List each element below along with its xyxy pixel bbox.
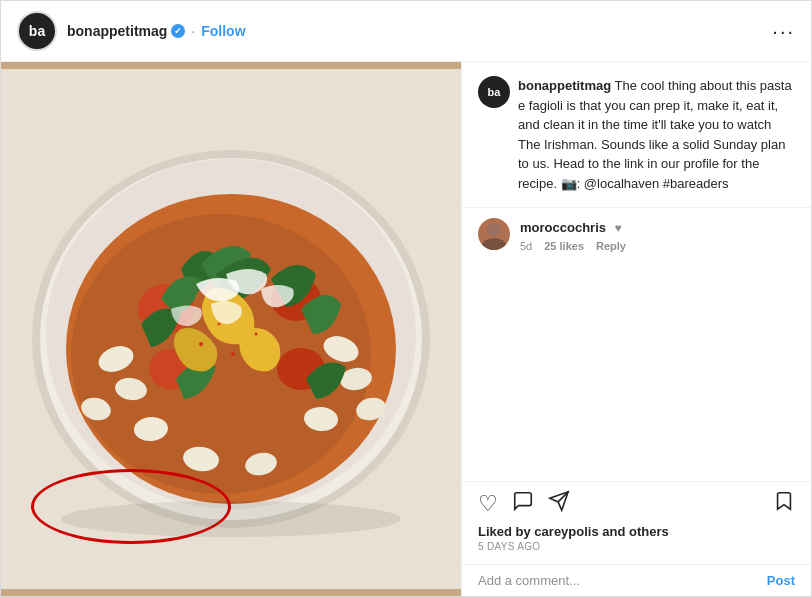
comment-reply[interactable]: Reply bbox=[596, 240, 626, 252]
post-container: ba bonappetitmag · Follow ··· bbox=[0, 0, 812, 597]
bookmark-button[interactable] bbox=[773, 490, 795, 518]
add-comment-row: Post bbox=[462, 564, 811, 596]
likes-text: Liked by careypolis and others bbox=[478, 524, 795, 539]
action-icons-row: ♡ bbox=[478, 490, 795, 518]
comment-username[interactable]: moroccochris bbox=[520, 220, 606, 235]
comment-meta: 5d 25 likes Reply bbox=[520, 240, 795, 252]
comment-text-line: moroccochris ♥ bbox=[520, 218, 795, 236]
comment-likes[interactable]: 25 likes bbox=[544, 240, 584, 252]
like-button[interactable]: ♡ bbox=[478, 491, 498, 517]
post-image bbox=[1, 62, 461, 596]
svg-point-21 bbox=[231, 352, 235, 356]
svg-point-22 bbox=[218, 323, 221, 326]
svg-point-24 bbox=[61, 501, 401, 537]
caption-area: ba bonappetitmag The cool thing about th… bbox=[462, 62, 811, 208]
comment-avatar[interactable] bbox=[478, 218, 510, 250]
svg-point-25 bbox=[487, 223, 501, 237]
comment-row: moroccochris ♥ 5d 25 likes Reply bbox=[478, 218, 795, 252]
verified-icon bbox=[171, 24, 185, 38]
more-options-button[interactable]: ··· bbox=[772, 20, 795, 43]
post-body: ba bonappetitmag The cool thing about th… bbox=[1, 62, 811, 596]
caption-body: The cool thing about this pasta e fagiol… bbox=[518, 78, 792, 191]
caption-header: ba bonappetitmag The cool thing about th… bbox=[478, 76, 795, 193]
share-button[interactable] bbox=[548, 490, 570, 518]
post-header: ba bonappetitmag · Follow ··· bbox=[1, 1, 811, 62]
post-timestamp: 5 DAYS AGO bbox=[478, 541, 795, 552]
add-comment-input[interactable] bbox=[478, 573, 759, 588]
follow-button[interactable]: Follow bbox=[201, 23, 245, 39]
comment-body: moroccochris ♥ 5d 25 likes Reply bbox=[520, 218, 795, 252]
svg-point-20 bbox=[255, 333, 258, 336]
liked-by-others[interactable]: others bbox=[629, 524, 669, 539]
comment-heart-icon: ♥ bbox=[614, 221, 621, 235]
actions-area: ♡ bbox=[462, 481, 811, 564]
header-username-row: bonappetitmag · Follow bbox=[67, 23, 772, 39]
post-comment-button[interactable]: Post bbox=[767, 573, 795, 588]
caption-avatar[interactable]: ba bbox=[478, 76, 510, 108]
header-avatar[interactable]: ba bbox=[17, 11, 57, 51]
post-content: ba bonappetitmag The cool thing about th… bbox=[461, 62, 811, 596]
caption-text: bonappetitmag The cool thing about this … bbox=[518, 76, 795, 193]
header-username[interactable]: bonappetitmag bbox=[67, 23, 167, 39]
liked-by-user[interactable]: careypolis bbox=[534, 524, 598, 539]
comment-time: 5d bbox=[520, 240, 532, 252]
svg-point-19 bbox=[199, 342, 203, 346]
comments-area: moroccochris ♥ 5d 25 likes Reply bbox=[462, 208, 811, 481]
svg-point-26 bbox=[482, 238, 506, 250]
comment-button[interactable] bbox=[512, 490, 534, 518]
caption-username[interactable]: bonappetitmag bbox=[518, 78, 611, 93]
dot-separator: · bbox=[191, 23, 195, 39]
